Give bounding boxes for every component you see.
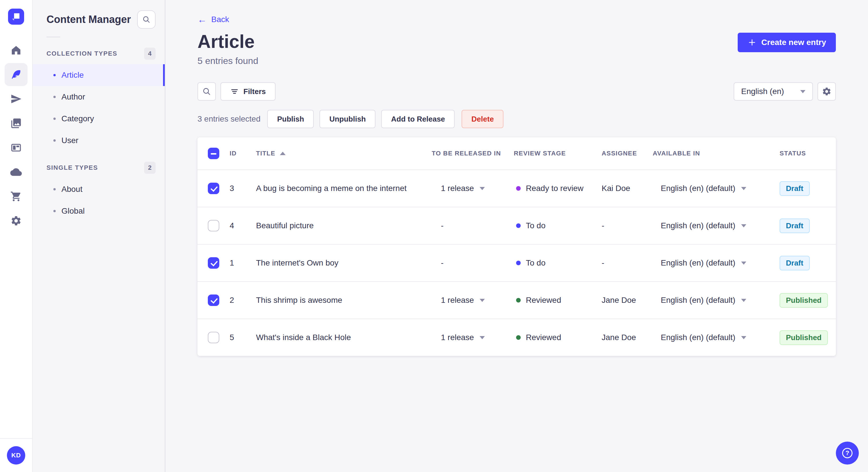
row-checkbox[interactable] bbox=[208, 295, 219, 306]
sidebar-sections: COLLECTION TYPES4ArticleAuthorCategoryUs… bbox=[33, 41, 165, 222]
row-release-cell[interactable]: - bbox=[432, 258, 514, 268]
sidebar-item-author[interactable]: Author bbox=[33, 86, 165, 108]
strapi-logo-icon[interactable] bbox=[8, 9, 24, 25]
row-locale-cell[interactable]: English (en) (default) bbox=[653, 333, 780, 342]
stage-dot-icon bbox=[516, 335, 521, 340]
nav-marketplace[interactable] bbox=[5, 185, 28, 208]
sidebar-search-button[interactable] bbox=[137, 10, 156, 29]
section-header: COLLECTION TYPES4 bbox=[33, 41, 165, 64]
images-icon bbox=[10, 117, 22, 129]
gear-icon bbox=[822, 87, 832, 96]
row-review-stage: To do bbox=[514, 221, 601, 230]
nav-releases[interactable] bbox=[5, 88, 28, 110]
row-release-value: - bbox=[441, 258, 443, 268]
sidebar-item-label: Global bbox=[61, 206, 85, 216]
locale-select[interactable]: English (en) bbox=[734, 82, 813, 101]
add-to-release-button[interactable]: Add to Release bbox=[381, 110, 455, 128]
row-release-value: - bbox=[441, 221, 443, 230]
rail-items bbox=[5, 37, 28, 234]
nav-content-manager[interactable] bbox=[5, 63, 28, 86]
status-badge: Draft bbox=[780, 256, 810, 270]
stage-label: Reviewed bbox=[526, 296, 561, 305]
user-avatar[interactable]: KD bbox=[7, 446, 25, 465]
row-assignee: Kai Doe bbox=[601, 184, 653, 193]
table-row[interactable]: 4 Beautiful picture - To do - English (e… bbox=[197, 207, 836, 244]
row-checkbox[interactable] bbox=[208, 332, 219, 343]
column-header-available-in[interactable]: AVAILABLE IN bbox=[653, 150, 780, 157]
list-toolbar: Filters English (en) bbox=[197, 82, 836, 101]
nav-settings[interactable] bbox=[5, 209, 28, 232]
sidebar-item-article[interactable]: Article bbox=[33, 64, 165, 86]
row-status: Draft bbox=[780, 181, 836, 196]
row-checkbox[interactable] bbox=[208, 220, 219, 231]
selection-actions: 3 entries selected Publish Unpublish Add… bbox=[197, 110, 836, 128]
section-header: SINGLE TYPES2 bbox=[33, 155, 165, 178]
row-locale-cell[interactable]: English (en) (default) bbox=[653, 221, 780, 230]
table-row[interactable]: 5 What's inside a Black Hole 1 release R… bbox=[197, 318, 836, 356]
row-assignee: - bbox=[601, 221, 653, 230]
sidebar-item-user[interactable]: User bbox=[33, 130, 165, 151]
row-release-cell[interactable]: - bbox=[432, 221, 514, 230]
sidebar-item-global[interactable]: Global bbox=[33, 200, 165, 222]
row-checkbox[interactable] bbox=[208, 183, 219, 194]
sidebar-item-label: Category bbox=[61, 114, 94, 123]
row-release-cell[interactable]: 1 release bbox=[432, 296, 514, 305]
question-circle-icon: ? bbox=[842, 448, 852, 458]
column-header-assignee[interactable]: ASSIGNEE bbox=[601, 150, 653, 157]
stage-dot-icon bbox=[516, 224, 521, 228]
row-locale-cell[interactable]: English (en) (default) bbox=[653, 184, 780, 193]
nav-deploy[interactable] bbox=[5, 161, 28, 183]
stage-dot-icon bbox=[516, 298, 521, 303]
back-arrow-icon: ← bbox=[197, 15, 207, 24]
stage-label: To do bbox=[526, 258, 546, 268]
row-id: 5 bbox=[229, 333, 256, 342]
row-release-cell[interactable]: 1 release bbox=[432, 184, 514, 193]
filters-button[interactable]: Filters bbox=[220, 82, 276, 101]
row-review-stage: Reviewed bbox=[514, 333, 601, 342]
layout-icon bbox=[10, 142, 22, 154]
nav-home[interactable] bbox=[5, 39, 28, 62]
row-review-stage: Reviewed bbox=[514, 296, 601, 305]
back-link[interactable]: ← Back bbox=[197, 15, 229, 24]
table-row[interactable]: 1 The internet's Own boy - To do - Engli… bbox=[197, 244, 836, 281]
unpublish-button[interactable]: Unpublish bbox=[319, 110, 375, 128]
column-header-id[interactable]: ID bbox=[229, 150, 256, 157]
row-release-cell[interactable]: 1 release bbox=[432, 333, 514, 342]
entries-table: ID TITLE TO BE RELEASED IN REVIEW STAGE … bbox=[197, 137, 836, 356]
column-header-status[interactable]: STATUS bbox=[780, 150, 836, 157]
table-row[interactable]: 2 This shrimp is awesome 1 release Revie… bbox=[197, 281, 836, 318]
paper-plane-icon bbox=[10, 93, 22, 105]
column-header-review-stage[interactable]: REVIEW STAGE bbox=[514, 150, 601, 157]
row-release-value: 1 release bbox=[441, 333, 474, 342]
row-locale-cell[interactable]: English (en) (default) bbox=[653, 296, 780, 305]
row-checkbox[interactable] bbox=[208, 257, 219, 269]
publish-button[interactable]: Publish bbox=[267, 110, 314, 128]
delete-button[interactable]: Delete bbox=[462, 110, 503, 128]
main-nav-rail: KD bbox=[0, 0, 33, 472]
cart-icon bbox=[10, 191, 22, 202]
sidebar-item-about[interactable]: About bbox=[33, 178, 165, 200]
app-window: KD Content Manager COLLECTION TYPES4Arti… bbox=[0, 0, 868, 472]
view-settings-button[interactable] bbox=[817, 82, 836, 101]
bullet-icon bbox=[53, 139, 56, 142]
sidebar-item-category[interactable]: Category bbox=[33, 108, 165, 130]
create-new-entry-button[interactable]: Create new entry bbox=[738, 33, 836, 52]
column-header-release[interactable]: TO BE RELEASED IN bbox=[432, 150, 514, 157]
table-search-button[interactable] bbox=[197, 82, 216, 101]
sort-asc-icon bbox=[280, 152, 286, 155]
row-id: 3 bbox=[229, 184, 256, 193]
nav-content-type-builder[interactable] bbox=[5, 136, 28, 159]
help-button[interactable]: ? bbox=[836, 442, 859, 465]
column-header-title[interactable]: TITLE bbox=[256, 150, 432, 157]
table-row[interactable]: 3 A bug is becoming a meme on the intern… bbox=[197, 169, 836, 207]
section-label: COLLECTION TYPES bbox=[46, 50, 117, 57]
nav-media-library[interactable] bbox=[5, 112, 28, 135]
stage-dot-icon bbox=[516, 186, 521, 191]
section-label: SINGLE TYPES bbox=[46, 164, 98, 171]
row-locale-cell[interactable]: English (en) (default) bbox=[653, 258, 780, 268]
row-assignee: Jane Doe bbox=[601, 333, 653, 342]
select-all-checkbox[interactable] bbox=[208, 148, 219, 159]
feather-icon bbox=[10, 69, 22, 80]
gear-icon bbox=[10, 215, 22, 227]
row-id: 4 bbox=[229, 221, 256, 230]
